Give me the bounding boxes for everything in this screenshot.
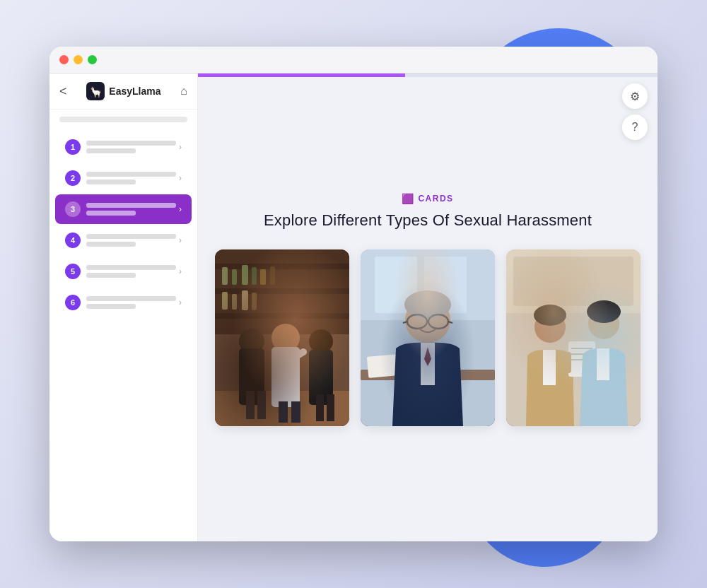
- sidebar-item-2[interactable]: 2 ›: [55, 163, 192, 193]
- svg-rect-36: [367, 354, 400, 378]
- card-image-2: [361, 249, 495, 426]
- svg-point-40: [407, 314, 427, 329]
- content-area: 🟪 CARDS Explore Different Types Of Sexua…: [198, 77, 658, 541]
- sidebar-item-1[interactable]: 1 ›: [55, 132, 192, 162]
- svg-rect-6: [215, 313, 349, 319]
- svg-point-18: [239, 329, 264, 354]
- svg-rect-23: [271, 347, 300, 407]
- svg-point-22: [271, 324, 300, 352]
- svg-rect-27: [309, 350, 333, 405]
- svg-rect-3: [215, 249, 349, 334]
- card-svg-2: [361, 249, 495, 426]
- sidebar-item-6[interactable]: 6 ›: [55, 288, 192, 317]
- svg-rect-9: [242, 265, 248, 285]
- svg-rect-48: [506, 249, 641, 313]
- svg-rect-28: [316, 394, 324, 421]
- svg-point-38: [405, 298, 450, 343]
- maximize-button[interactable]: [88, 55, 97, 64]
- svg-rect-5: [215, 288, 349, 294]
- svg-rect-60: [597, 348, 609, 380]
- sidebar-item-text-4: [86, 234, 176, 247]
- svg-rect-47: [506, 249, 641, 426]
- card-item-1[interactable]: [215, 249, 349, 426]
- svg-point-51: [534, 305, 566, 326]
- svg-rect-35: [361, 370, 495, 380]
- sidebar-item-text-3: [86, 203, 176, 216]
- cards-label-container: 🟪 CARDS: [402, 193, 453, 204]
- svg-rect-11: [260, 269, 266, 285]
- sidebar-item-arrow-4: ›: [179, 235, 182, 245]
- svg-text:🦙: 🦙: [90, 86, 103, 98]
- svg-point-41: [428, 314, 448, 329]
- sidebar-brand: 🦙 EasyLlama: [86, 82, 160, 100]
- svg-rect-53: [568, 341, 595, 377]
- svg-point-50: [534, 312, 566, 343]
- sidebar-item-number-2: 2: [65, 170, 81, 186]
- svg-rect-4: [215, 264, 349, 269]
- svg-point-39: [404, 290, 451, 319]
- svg-rect-17: [215, 391, 349, 426]
- svg-rect-33: [375, 257, 417, 313]
- card-svg-3: [506, 249, 641, 426]
- sidebar-item-number-6: 6: [65, 295, 81, 310]
- svg-rect-20: [246, 391, 255, 419]
- svg-rect-10: [252, 267, 257, 285]
- sidebar-item-arrow-2: ›: [179, 173, 182, 183]
- svg-rect-12: [270, 266, 275, 285]
- svg-rect-52: [543, 350, 556, 385]
- sidebar-item-text-5: [86, 265, 176, 278]
- svg-rect-32: [361, 249, 495, 320]
- card-item-2[interactable]: [361, 249, 495, 426]
- svg-rect-49: [513, 257, 633, 306]
- card-image-3: [506, 249, 641, 426]
- sidebar-item-number-3: 3: [65, 201, 81, 217]
- app-body: < 🦙 EasyLlama ⌂ 1: [49, 74, 658, 541]
- title-bar: [49, 47, 658, 74]
- settings-icon: ⚙: [630, 90, 640, 103]
- svg-rect-57: [561, 352, 571, 373]
- svg-rect-8: [232, 269, 237, 285]
- browser-window: < 🦙 EasyLlama ⌂ 1: [49, 47, 658, 541]
- sidebar-item-arrow-3: ›: [179, 204, 182, 214]
- svg-rect-45: [421, 343, 435, 385]
- sidebar-item-4[interactable]: 4 ›: [55, 225, 192, 255]
- sidebar-item-arrow-5: ›: [179, 266, 182, 276]
- svg-line-42: [403, 322, 407, 323]
- svg-rect-34: [424, 257, 467, 313]
- cards-label-text: CARDS: [418, 194, 453, 204]
- close-button[interactable]: [59, 55, 69, 64]
- svg-marker-46: [424, 347, 431, 366]
- sidebar-item-5[interactable]: 5 ›: [55, 257, 192, 286]
- sidebar-item-number-1: 1: [65, 139, 81, 155]
- sidebar-item-text-1: [86, 141, 176, 153]
- svg-rect-25: [291, 401, 300, 423]
- action-icons: ⚙ ?: [622, 83, 648, 140]
- help-button[interactable]: ?: [622, 114, 648, 140]
- sidebar-back-button[interactable]: <: [59, 84, 67, 99]
- svg-line-30: [286, 352, 303, 363]
- svg-rect-61: [583, 359, 592, 379]
- svg-rect-2: [215, 249, 349, 426]
- minimize-button[interactable]: [74, 55, 83, 64]
- sidebar-logo-icon: 🦙: [86, 82, 105, 100]
- svg-rect-19: [239, 348, 264, 405]
- settings-button[interactable]: ⚙: [622, 83, 648, 109]
- home-icon[interactable]: ⌂: [180, 85, 187, 98]
- sidebar-item-3[interactable]: 3 ›: [55, 194, 192, 224]
- svg-rect-15: [242, 290, 248, 310]
- sidebar-item-number-4: 4: [65, 233, 81, 248]
- svg-rect-31: [361, 249, 495, 426]
- help-icon: ?: [632, 121, 638, 134]
- content-title: Explore Different Types Of Sexual Harass…: [264, 211, 592, 230]
- sidebar-item-text-2: [86, 172, 176, 184]
- svg-rect-24: [279, 401, 288, 423]
- card-item-3[interactable]: [506, 249, 641, 426]
- sidebar-items-list: 1 › 2 ›: [49, 125, 197, 541]
- sidebar-search-bar: [59, 117, 187, 122]
- svg-rect-29: [327, 394, 334, 421]
- sidebar-item-arrow-1: ›: [179, 142, 182, 152]
- svg-point-59: [587, 300, 621, 323]
- svg-rect-7: [222, 267, 228, 285]
- svg-rect-13: [222, 292, 228, 310]
- sidebar-item-number-5: 5: [65, 264, 81, 279]
